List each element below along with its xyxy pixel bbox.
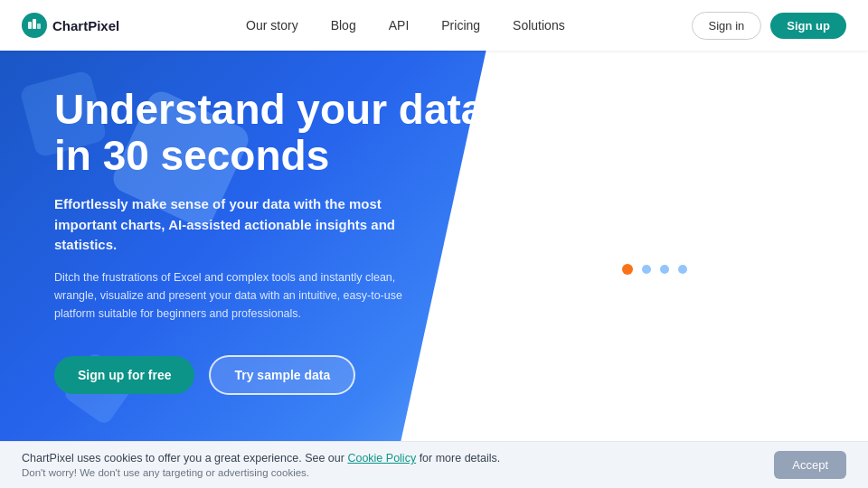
hero-buttons: Sign up for free Try sample data: [54, 355, 506, 395]
hero-subtitle: Effortlessly make sense of your data wit…: [54, 194, 434, 256]
nav-link-solutions[interactable]: Solutions: [513, 18, 565, 33]
cookie-policy-link[interactable]: Cookie Policy: [347, 452, 416, 465]
cookie-banner: ChartPixel uses cookies to offer you a g…: [0, 441, 868, 488]
hero-description: Ditch the frustrations of Excel and comp…: [54, 268, 416, 323]
nav-link-pricing[interactable]: Pricing: [441, 18, 480, 33]
cookie-main-text: ChartPixel uses cookies to offer you a g…: [22, 452, 500, 465]
signup-button[interactable]: Sign up: [770, 13, 846, 39]
cookie-sub-text: Don't worry! We don't use any targeting …: [22, 467, 500, 478]
logo-text: ChartPixel: [52, 18, 119, 33]
logo-icon: [22, 13, 47, 38]
svg-rect-3: [37, 23, 41, 29]
carousel-dot-1[interactable]: [622, 264, 633, 275]
hero-section: Understand your data in 30 seconds Effor…: [0, 51, 868, 488]
signup-free-button[interactable]: Sign up for free: [54, 356, 194, 394]
signin-button[interactable]: Sign in: [692, 12, 762, 40]
hero-content: Understand your data in 30 seconds Effor…: [54, 87, 506, 395]
svg-rect-1: [28, 22, 32, 29]
navbar-actions: Sign in Sign up: [692, 12, 846, 40]
cookie-text: ChartPixel uses cookies to offer you a g…: [22, 452, 500, 478]
accept-cookie-button[interactable]: Accept: [774, 451, 846, 479]
carousel-dots: [622, 264, 687, 275]
nav-link-blog[interactable]: Blog: [331, 18, 356, 33]
carousel-dot-3[interactable]: [660, 265, 669, 274]
navbar: ChartPixel Our story Blog API Pricing So…: [0, 0, 868, 51]
nav-link-our-story[interactable]: Our story: [246, 18, 298, 33]
try-sample-button[interactable]: Try sample data: [209, 355, 355, 395]
carousel-dot-4[interactable]: [678, 265, 687, 274]
hero-title: Understand your data in 30 seconds: [54, 87, 506, 178]
carousel-dot-2[interactable]: [642, 265, 651, 274]
nav-link-api[interactable]: API: [389, 18, 410, 33]
svg-rect-2: [33, 19, 36, 29]
logo[interactable]: ChartPixel: [22, 13, 119, 38]
nav-links: Our story Blog API Pricing Solutions: [246, 18, 565, 33]
